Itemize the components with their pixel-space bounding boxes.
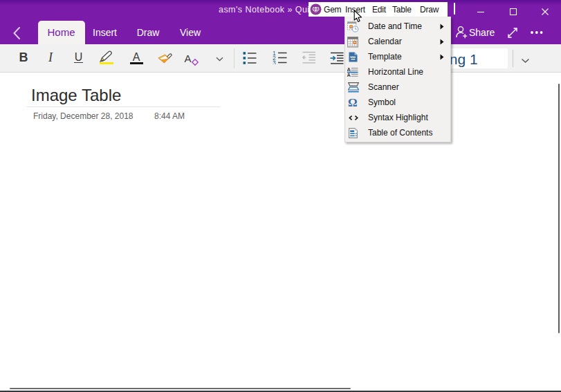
svg-text:3: 3 bbox=[273, 59, 276, 65]
svg-text:A: A bbox=[347, 72, 351, 77]
